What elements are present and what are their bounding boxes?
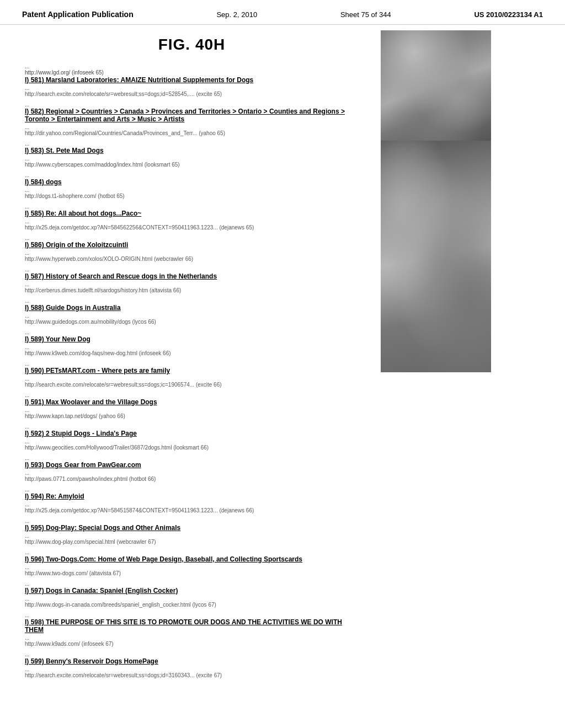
entry-title[interactable]: I) 590) PETsMART.com - Where pets are fa… xyxy=(25,367,359,374)
entry-dots: ... xyxy=(25,172,359,178)
entry-url: http://dogs.t1-ishophere.com/ (hotbot 65… xyxy=(25,193,359,199)
entry-title[interactable]: I) 592) 2 Stupid Dogs - Linda's Page xyxy=(25,430,359,437)
entry-dots2: ... xyxy=(25,156,359,162)
entry-dots2: ... xyxy=(25,281,359,287)
entry-dots2: ... xyxy=(25,85,359,91)
entry-title[interactable]: I) 587) History of Search and Rescue dog… xyxy=(25,272,359,280)
entry-dots: ... xyxy=(25,518,359,524)
entry-dots2: ... xyxy=(25,344,359,350)
entry-url: http://x25.deja.com/getdoc.xp?AN=5845158… xyxy=(25,507,359,513)
entry-dots2: ... xyxy=(25,564,359,570)
entry-url: http://cerberus.dimes.tudelft.nl/sardogs… xyxy=(25,287,359,293)
entry-url-short: http://www.lgd.org/ (infoseek 65) xyxy=(25,69,359,76)
entry-url: http://www.kapn.tap.net/dogs/ (yahoo 66) xyxy=(25,413,359,419)
entry-dots: ... xyxy=(25,651,359,657)
entry-dots2: ... xyxy=(25,313,359,319)
entry-dots2: ... xyxy=(25,250,359,256)
list-item: ...I) 597) Dogs in Canada: Spaniel (Engl… xyxy=(25,581,359,608)
entry-url: http://dir.yahoo.com/Regional/Countries/… xyxy=(25,130,359,136)
entry-title[interactable]: I) 584) dogs xyxy=(25,178,359,186)
entry-url: http://www.dog-play.com/special.html (we… xyxy=(25,539,359,545)
entry-url: http://www.k9ads.com/ (infoseek 67) xyxy=(25,641,359,647)
entry-title[interactable]: I) 596) Two-Dogs.Com: Home of Web Page D… xyxy=(25,555,359,563)
entry-dots2: ... xyxy=(25,438,359,445)
entry-title[interactable]: I) 585) Re: All about hot dogs...Paco~ xyxy=(25,210,359,217)
entry-dots: ... xyxy=(25,266,359,272)
list-item: ...I) 591) Max Woolaver and the Village … xyxy=(25,392,359,419)
entry-url: http://www.dogs-in-canada.com/breeds/spa… xyxy=(25,602,359,608)
sheet-info: Sheet 75 of 344 xyxy=(340,10,391,19)
entry-dots2: ... xyxy=(25,187,359,193)
list-item: ...I) 586) Origin of the Xoloitzcuintli.… xyxy=(25,235,359,262)
page-header: Patent Application Publication Sep. 2, 2… xyxy=(0,0,565,25)
entry-title[interactable]: I) 582) Regional > Countries > Canada > … xyxy=(25,108,359,123)
list-item: ...I) 590) PETsMART.com - Where pets are… xyxy=(25,361,359,388)
entry-title[interactable]: I) 593) Dogs Gear from PawGear.com xyxy=(25,461,359,469)
entry-title[interactable]: I) 588) Guide Dogs in Australia xyxy=(25,304,359,312)
list-item: ...I) 599) Benny's Reservoir Dogs HomePa… xyxy=(25,651,359,678)
entry-title[interactable]: I) 594) Re: Amyloid xyxy=(25,493,359,500)
entry-dots2: ... xyxy=(25,124,359,130)
entry-dots: ... xyxy=(25,612,359,618)
list-item: ...I) 589) Your New Dog...http://www.k9w… xyxy=(25,329,359,356)
entry-dots: ... xyxy=(25,486,359,493)
entry-dots2: ... xyxy=(25,635,359,641)
entry-title[interactable]: I) 599) Benny's Reservoir Dogs HomePage xyxy=(25,657,359,665)
list-item: ...I) 595) Dog-Play: Special Dogs and Ot… xyxy=(25,518,359,545)
figure-title: FIG. 40H xyxy=(25,36,359,53)
entry-url: http://www.guidedogs.com.au/mobility/dog… xyxy=(25,319,359,325)
entry-dots: ... xyxy=(25,392,359,398)
entry-dots2: ... xyxy=(25,596,359,602)
entry-url: http://paws.0771.com/pawsho/index.phtml … xyxy=(25,476,359,482)
entry-title[interactable]: I) 591) Max Woolaver and the Village Dog… xyxy=(25,398,359,406)
entry-dots: ... xyxy=(25,141,359,147)
image-column xyxy=(375,25,497,728)
side-image-bottom xyxy=(381,141,491,372)
entry-dots: ... xyxy=(25,298,359,304)
entry-dots2: ... xyxy=(25,218,359,224)
entry-dots: ... xyxy=(25,455,359,461)
entry-title[interactable]: I) 598) THE PURPOSE OF THIS SITE IS TO P… xyxy=(25,618,359,634)
entry-dots2: ... xyxy=(25,407,359,413)
list-item: ...I) 587) History of Search and Rescue … xyxy=(25,266,359,293)
list-item: ...I) 596) Two-Dogs.Com: Home of Web Pag… xyxy=(25,549,359,576)
entry-url: http://www.cyberscapes.com/maddog/index.… xyxy=(25,162,359,168)
list-item: ...I) 598) THE PURPOSE OF THIS SITE IS T… xyxy=(25,612,359,647)
entry-dots: ... xyxy=(25,101,359,108)
entry-url: http://search.excite.com/relocate/sr=web… xyxy=(25,91,359,97)
entry-url: http://search.excite.com/relocate/sr=web… xyxy=(25,382,359,388)
main-content: FIG. 40H ...http://www.lgd.org/ (infosee… xyxy=(0,25,565,728)
entry-title[interactable]: I) 595) Dog-Play: Special Dogs and Other… xyxy=(25,524,359,532)
list-item: ...I) 593) Dogs Gear from PawGear.com...… xyxy=(25,455,359,482)
entry-url: http://www.two-dogs.com/ (altavista 67) xyxy=(25,570,359,576)
entry-dots: ... xyxy=(25,329,359,335)
entry-url: http://www.geocities.com/Hollywood/Trail… xyxy=(25,445,359,451)
list-item: ...I) 582) Regional > Countries > Canada… xyxy=(25,101,359,136)
entry-dots: ... xyxy=(25,424,359,430)
list-item: ...I) 585) Re: All about hot dogs...Paco… xyxy=(25,204,359,231)
entry-title[interactable]: I) 583) St. Pete Mad Dogs xyxy=(25,147,359,154)
entry-dots2: ... xyxy=(25,376,359,382)
publication-date: Sep. 2, 2010 xyxy=(216,10,257,19)
page-container: Patent Application Publication Sep. 2, 2… xyxy=(0,0,565,728)
list-item: ...I) 594) Re: Amyloid...http://x25.deja… xyxy=(25,486,359,513)
entry-title[interactable]: I) 586) Origin of the Xoloitzcuintli xyxy=(25,241,359,249)
entry-dots2: ... xyxy=(25,470,359,476)
list-item: ...I) 583) St. Pete Mad Dogs...http://ww… xyxy=(25,141,359,168)
entry-dots: ... xyxy=(25,235,359,241)
entry-title[interactable]: I) 581) Marsland Laboratories: AMAIZE Nu… xyxy=(25,76,359,84)
entry-title[interactable]: I) 589) Your New Dog xyxy=(25,335,359,343)
entry-dots2: ... xyxy=(25,533,359,539)
entry-url: http://www.k9web.com/dog-faqs/new-dog.ht… xyxy=(25,350,359,356)
entry-dots2: ... xyxy=(25,666,359,672)
entries-container: ...http://www.lgd.org/ (infoseek 65)I) 5… xyxy=(25,63,359,678)
patent-number: US 2010/0223134 A1 xyxy=(474,10,543,19)
entry-title[interactable]: I) 597) Dogs in Canada: Spaniel (English… xyxy=(25,587,359,595)
entry-dots: ... xyxy=(25,581,359,587)
text-column: FIG. 40H ...http://www.lgd.org/ (infosee… xyxy=(0,25,375,728)
entry-url: http://x25.deja.com/getdoc.xp?AN=5845622… xyxy=(25,224,359,231)
publication-label: Patent Application Publication xyxy=(22,10,134,19)
side-image-top xyxy=(381,30,491,141)
list-item: ...I) 584) dogs...http://dogs.t1-ishophe… xyxy=(25,172,359,199)
list-item: ...I) 592) 2 Stupid Dogs - Linda's Page.… xyxy=(25,424,359,451)
